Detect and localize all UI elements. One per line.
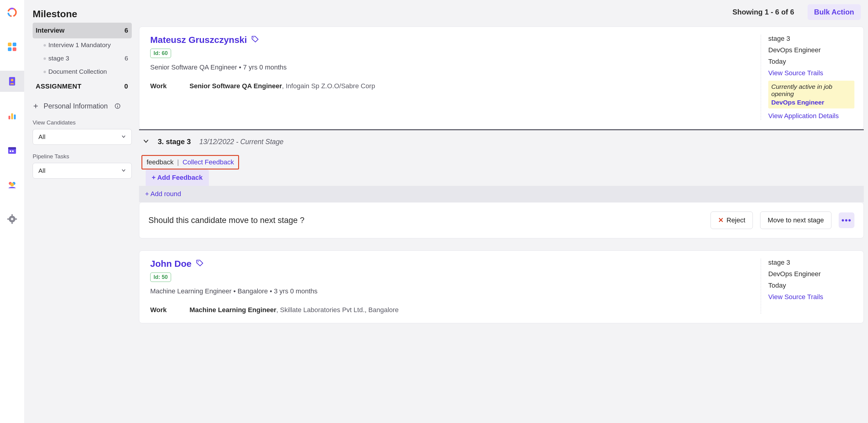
stage-title: 3. stage 3 [158,137,191,146]
svg-rect-21 [11,214,13,216]
chevron-down-icon [121,167,126,174]
sub-dot-icon [43,71,46,73]
view-source-trails-link[interactable]: View Source Trails [768,69,855,77]
collect-feedback-link[interactable]: Collect Feedback [183,158,234,166]
topbar: Showing 1 - 6 of 6 Bulk Action [139,0,864,24]
bulk-action-button[interactable]: Bulk Action [808,4,861,20]
view-candidates-dropdown[interactable]: All [33,129,132,145]
svg-point-28 [253,37,254,38]
work-label: Work [150,82,189,90]
candidate-work-row: Work Senior Software QA Engineer, Infoga… [150,82,753,90]
work-role: Machine Learning Engineer [189,306,276,314]
candidate-work-row: Work Machine Learning Engineer, Skillate… [150,306,753,314]
candidate-side-panel: stage 3 DevOps Engineer Today View Sourc… [761,35,855,120]
svg-rect-15 [12,151,13,152]
svg-point-8 [11,79,13,81]
svg-rect-14 [10,151,11,152]
milestone-sub-interview1[interactable]: Interview 1 Mandatory [33,38,132,52]
sub-count: 6 [125,55,128,62]
sub-label: Document Collection [49,68,107,75]
stage-date-note: 13/12/2022 - Current Stage [199,138,283,146]
candidate-id-badge: Id: 50 [150,272,171,282]
personal-info-label: Personal Information [43,102,107,110]
candidate-name-link[interactable]: John Doe [150,259,204,269]
milestone-sub-documents[interactable]: Document Collection [33,65,132,78]
side-stage: stage 3 [768,35,855,42]
side-date: Today [768,58,855,66]
svg-rect-5 [8,47,11,51]
pipeline-tasks-label: Pipeline Tasks [33,153,132,160]
add-feedback-button[interactable]: + Add Feedback [146,169,209,186]
candidate-id-badge: Id: 60 [150,48,171,58]
main-content: Showing 1 - 6 of 6 Bulk Action Mateusz G… [139,0,868,423]
pipeline-tasks-dropdown[interactable]: All [33,163,132,178]
milestone-interview[interactable]: Interview 6 [33,23,132,38]
svg-rect-24 [15,219,17,220]
info-icon [115,103,121,109]
candidate-summary: Mateusz Gruszczynski Id: 60 Senior Softw… [150,35,753,120]
candidate-headline: Machine Learning Engineer • Bangalore • … [150,287,753,295]
candidate-headline: Senior Software QA Engineer • 7 yrs 0 mo… [150,63,753,71]
chevron-down-icon[interactable] [143,138,149,145]
reject-label: Reject [726,216,745,224]
sub-label: Interview 1 Mandatory [49,41,111,48]
svg-rect-10 [11,113,13,119]
feedback-row-highlight: feedback | Collect Feedback [142,155,239,169]
milestone-heading: Milestone [33,8,132,20]
milestone-interview-label: Interview [36,27,64,34]
personal-info-toggle[interactable]: + Personal Information [33,95,132,119]
assignment-label: ASSIGNMENT [36,83,82,90]
milestone-sub-stage3[interactable]: stage 3 6 [33,52,132,65]
more-actions-button[interactable]: ••• [839,213,855,228]
svg-rect-6 [13,47,16,51]
stage-header: 3. stage 3 13/12/2022 - Current Stage [139,129,864,153]
app-logo[interactable] [0,2,24,23]
svg-rect-3 [8,42,11,46]
active-banner-line2[interactable]: DevOps Engineer [771,99,851,106]
move-next-stage-button[interactable]: Move to next stage [760,212,831,229]
nav-rail [0,0,24,423]
add-round-bar[interactable]: + Add round [139,186,864,202]
nav-calendar-icon[interactable] [0,139,24,161]
svg-rect-23 [7,219,9,220]
filters-sidebar: Milestone Interview 6 Interview 1 Mandat… [24,0,139,423]
nav-team-icon[interactable] [0,174,24,195]
svg-point-26 [117,104,118,105]
assignment-count: 0 [124,83,128,90]
nav-dashboard-icon[interactable] [0,36,24,57]
candidate-card: Mateusz Gruszczynski Id: 60 Senior Softw… [139,27,864,129]
candidate-summary: John Doe Id: 50 Machine Learning Enginee… [150,259,753,314]
view-application-details-link[interactable]: View Application Details [768,112,855,120]
nav-analytics-icon[interactable] [0,105,24,126]
milestone-interview-count: 6 [125,27,128,34]
view-source-trails-link[interactable]: View Source Trails [768,293,855,301]
tag-icon [251,35,259,45]
add-round-label: + Add round [145,190,181,198]
nav-settings-icon[interactable] [0,208,24,230]
move-label: Move to next stage [768,216,824,224]
sub-dot-icon [43,57,46,60]
active-banner-line1: Currently active in job opening [771,83,851,98]
feedback-separator: | [177,158,179,166]
results-count: Showing 1 - 6 of 6 [733,8,794,16]
candidate-name-link[interactable]: Mateusz Gruszczynski [150,35,259,45]
svg-rect-4 [13,42,16,46]
view-candidates-label: View Candidates [33,119,132,126]
svg-point-18 [10,183,14,187]
view-candidates-value: All [38,133,45,140]
chevron-down-icon [121,133,126,140]
reject-button[interactable]: ✕ Reject [711,212,753,229]
decision-question: Should this candidate move to next stage… [148,216,703,225]
svg-rect-22 [11,222,13,224]
sub-label: stage 3 [49,55,69,62]
side-date: Today [768,282,855,289]
milestone-assignment[interactable]: ASSIGNMENT 0 [33,78,132,95]
side-position: DevOps Engineer [768,270,855,278]
side-position: DevOps Engineer [768,46,855,54]
close-icon: ✕ [718,216,723,224]
nav-candidates-icon[interactable] [0,71,24,92]
plus-icon: + [33,101,38,111]
work-role: Senior Software QA Engineer [189,82,282,90]
svg-point-20 [11,218,13,220]
candidate-name: John Doe [150,259,192,269]
